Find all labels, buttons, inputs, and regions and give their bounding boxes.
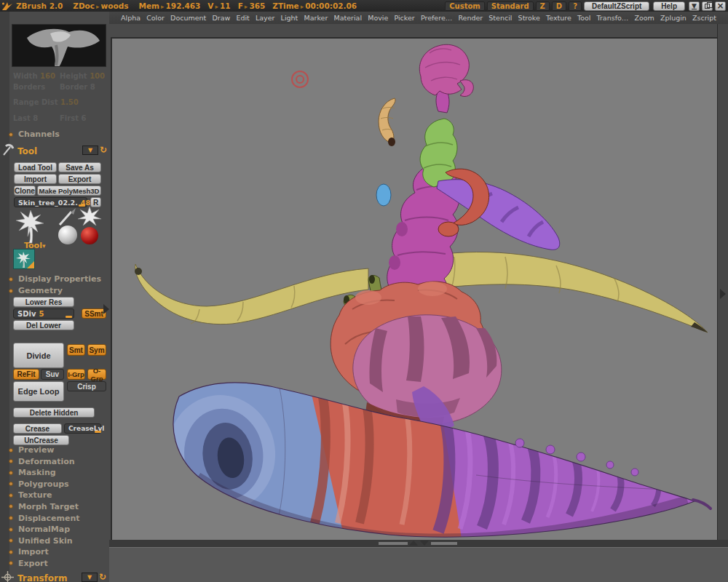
geometry-section-header[interactable]: Geometry [9, 286, 63, 295]
tool-name-slider[interactable]: Skin_tree_02.2. 48 [14, 197, 87, 207]
tray-handle-bar[interactable] [431, 542, 457, 545]
disabled-button: Borders [13, 83, 45, 91]
display-properties-section-header[interactable]: Display Properties [9, 274, 101, 284]
config-tab-d[interactable]: D [552, 1, 566, 11]
edge-loop-button[interactable]: Edge Loop [13, 381, 64, 402]
menu-item-stencil[interactable]: Stencil [488, 14, 512, 22]
collapse-tray-down-arrow-icon[interactable] [420, 541, 429, 546]
current-tool-swatch[interactable] [13, 249, 35, 269]
crisp-button[interactable]: Crisp [67, 381, 106, 391]
tool-preview-thumbnail[interactable] [12, 24, 106, 67]
ogrp-toggle[interactable]: O-Grp [87, 369, 106, 380]
menu-item-alpha[interactable]: Alpha [121, 14, 141, 22]
document-name[interactable]: ZDoc▸woods [73, 1, 128, 10]
disabled-button: First 6 [60, 114, 86, 122]
suv-button[interactable]: Suv [41, 369, 64, 380]
menu-item-material[interactable]: Material [333, 14, 362, 22]
section-header-import[interactable]: Import [9, 548, 80, 556]
section-header-preview[interactable]: Preview [9, 446, 80, 454]
crease-lvl-handle[interactable] [95, 431, 101, 433]
menu-item-marker[interactable]: Marker [304, 14, 328, 22]
save-as-button[interactable]: Save As [58, 162, 101, 172]
tool-item-sphere-white[interactable] [58, 226, 77, 244]
section-header-normalmap[interactable]: NormalMap [9, 525, 80, 533]
export-tool-button[interactable]: Export [58, 174, 101, 184]
menu-item-draw[interactable]: Draw [212, 14, 230, 22]
section-dot-icon [9, 482, 13, 486]
channels-section-header[interactable]: Channels [9, 129, 60, 139]
menu-item-texture[interactable]: Texture [546, 14, 571, 22]
section-header-masking[interactable]: Masking [9, 469, 80, 477]
left-tray-divider-arrow-icon[interactable] [103, 304, 109, 314]
expand-tray-up-arrow-icon[interactable] [409, 541, 418, 546]
igrp-toggle[interactable]: I-Grp [67, 369, 85, 380]
config-tab-z[interactable]: Z [536, 1, 550, 11]
title-bar: ZBrush 2.0 ZDoc▸woods Mem▸192.463 V▸11 F… [0, 0, 728, 12]
help-button[interactable]: Help [653, 1, 685, 11]
menu-item-zplugin[interactable]: Zplugin [660, 14, 687, 22]
sdiv-slider-handle[interactable] [66, 316, 72, 318]
tool-item-star[interactable] [77, 206, 102, 229]
load-tool-button[interactable]: Load Tool [14, 162, 57, 172]
menu-item-render[interactable]: Render [458, 14, 483, 22]
transform-funnel-button[interactable]: ▼ [82, 573, 98, 582]
menu-item-color[interactable]: Color [146, 14, 165, 22]
right-tray-divider[interactable] [717, 24, 728, 547]
tool-item-sphere-red[interactable] [81, 227, 98, 244]
transform-palette-header[interactable]: Transform [17, 573, 67, 582]
section-header-unified-skin[interactable]: Unified Skin [9, 537, 80, 545]
disabled-slider: Height 100 [60, 72, 105, 80]
section-header-morph-target[interactable]: Morph Target [9, 503, 80, 511]
import-tool-button[interactable]: Import [14, 174, 57, 184]
config-tab-custom[interactable]: Custom [445, 1, 484, 11]
collapsed-sections-list: PreviewDeformationMaskingPolygroupsTextu… [9, 446, 80, 567]
menu-item-stroke[interactable]: Stroke [518, 14, 540, 22]
menu-item-light[interactable]: Light [281, 14, 298, 22]
menu-item-zoom[interactable]: Zoom [634, 14, 654, 22]
menu-item-edit[interactable]: Edit [236, 14, 249, 22]
restore-window-button[interactable] [702, 1, 713, 11]
transform-refresh-icon[interactable]: ↻ [99, 573, 106, 581]
divide-button[interactable]: Divide [13, 343, 64, 368]
section-dot-icon [9, 516, 13, 520]
tool-funnel-button[interactable]: ▼ [82, 146, 98, 155]
default-zscript-button[interactable]: DefaultZScript [584, 1, 649, 11]
menu-item-zscript[interactable]: Zscript [692, 14, 716, 22]
document-canvas[interactable] [111, 37, 717, 540]
clone-button[interactable]: Clone [14, 186, 36, 196]
menu-item-transfo-[interactable]: Transfo… [597, 14, 629, 22]
config-tab-standard[interactable]: Standard [487, 1, 534, 11]
hide-ui-button[interactable]: ▼ [689, 1, 700, 11]
menu-item-tool[interactable]: Tool [577, 14, 590, 22]
section-header-texture[interactable]: Texture [9, 491, 80, 499]
menu-item-picker[interactable]: Picker [394, 14, 414, 22]
menu-item-document[interactable]: Document [170, 14, 206, 22]
close-window-button[interactable]: × [715, 1, 726, 11]
tray-handle-bar[interactable] [379, 542, 408, 545]
section-dot-icon [9, 471, 13, 475]
section-header-deformation[interactable]: Deformation [9, 458, 80, 466]
crease-button[interactable]: Crease [13, 423, 62, 434]
lower-res-button[interactable]: Lower Res [13, 297, 74, 307]
sym-toggle[interactable]: Sym [87, 344, 106, 356]
bottom-tray[interactable] [109, 547, 728, 582]
section-header-export[interactable]: Export [9, 559, 80, 567]
menu-bar: AlphaColorDocumentDrawEditLayerLightMark… [109, 12, 728, 24]
config-tab--[interactable]: ? [569, 1, 582, 11]
section-header-displacement[interactable]: Displacement [9, 514, 80, 522]
smt-toggle[interactable]: Smt [67, 344, 85, 356]
tool-palette-header[interactable]: Tool [17, 146, 37, 156]
zbrush-app: ZBrush 2.0 ZDoc▸woods Mem▸192.463 V▸11 F… [0, 0, 728, 582]
uncrease-button[interactable]: UnCrease [13, 435, 69, 445]
menu-item-prefere-[interactable]: Prefere… [421, 14, 452, 22]
tool-refresh-icon[interactable]: ↻ [100, 146, 107, 154]
refit-toggle[interactable]: ReFit [13, 369, 39, 380]
del-lower-button[interactable]: Del Lower [13, 320, 74, 330]
ssmt-toggle[interactable]: SSmt [82, 308, 106, 319]
open-right-tray-arrow-icon[interactable] [720, 289, 726, 299]
menu-item-layer[interactable]: Layer [256, 14, 275, 22]
make-polymesh3d-button[interactable]: Make PolyMesh3D [37, 186, 101, 196]
section-header-polygroups[interactable]: Polygroups [9, 480, 80, 488]
delete-hidden-button[interactable]: Delete Hidden [13, 407, 95, 418]
menu-item-movie[interactable]: Movie [368, 14, 388, 22]
